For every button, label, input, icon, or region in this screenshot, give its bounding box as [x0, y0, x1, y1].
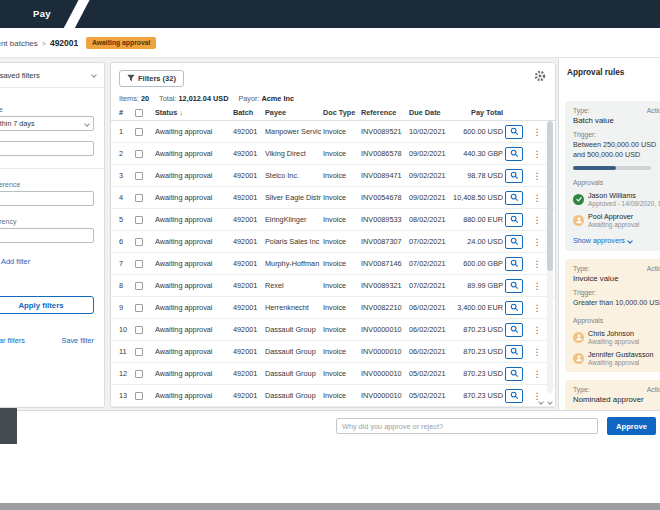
view-invoice-button[interactable]	[505, 213, 523, 227]
row-menu-icon[interactable]: ⋮	[531, 281, 543, 291]
row-due-date: 09/02/2021	[409, 171, 449, 180]
table-row[interactable]: 2 Awaiting approval 492001 Viking Direct…	[111, 143, 555, 165]
vertical-scrollbar[interactable]	[547, 121, 553, 393]
actions-label[interactable]: Actions	[647, 265, 660, 272]
approval-rule-card-invoice-value: Type: Actions Invoice value Trigger: Gre…	[565, 259, 660, 372]
row-menu-icon[interactable]: ⋮	[531, 325, 543, 335]
table-row[interactable]: 4 Awaiting approval 492001 Silver Eagle …	[111, 187, 555, 209]
row-checkbox[interactable]	[135, 370, 143, 378]
row-checkbox[interactable]	[135, 326, 143, 334]
row-menu-icon[interactable]: ⋮	[531, 149, 543, 159]
row-checkbox[interactable]	[135, 392, 143, 400]
view-invoice-button[interactable]	[505, 345, 523, 359]
filters-panel: No saved filters Date within 7 days Refe…	[0, 62, 105, 408]
row-menu-icon[interactable]: ⋮	[531, 127, 543, 137]
row-checkbox[interactable]	[135, 194, 143, 202]
select-all-checkbox[interactable]	[135, 109, 143, 117]
table-row[interactable]: 8 Awaiting approval 492001 Rexel Invoice…	[111, 275, 555, 297]
rule-trigger: Between 250,000.00 USD and 500,000.00 US…	[573, 140, 660, 159]
col-header-doc-type[interactable]: Doc Type	[323, 108, 359, 117]
show-approvers-link[interactable]: Show approvers	[573, 236, 660, 245]
row-status: Awaiting approval	[155, 281, 231, 290]
row-checkbox[interactable]	[135, 304, 143, 312]
row-checkbox[interactable]	[135, 150, 143, 158]
table-row[interactable]: 5 Awaiting approval 492001 ElringKlinger…	[111, 209, 555, 231]
col-header-pay-total[interactable]: Pay Total	[451, 108, 503, 117]
row-checkbox[interactable]	[135, 260, 143, 268]
table-row[interactable]: 13 Awaiting approval 492001 Dassault Gro…	[111, 385, 555, 407]
col-header-batch[interactable]: Batch	[233, 108, 263, 117]
view-invoice-button[interactable]	[505, 235, 523, 249]
date-range-select[interactable]: within 7 days	[0, 116, 94, 131]
row-menu-icon[interactable]: ⋮	[531, 171, 543, 181]
col-header-reference[interactable]: Reference	[361, 108, 407, 117]
save-filter-link[interactable]: Save filter	[62, 336, 94, 345]
type-label: Type:	[573, 107, 590, 114]
row-menu-icon[interactable]: ⋮	[531, 193, 543, 203]
row-menu-icon[interactable]: ⋮	[531, 237, 543, 247]
view-invoice-button[interactable]	[505, 323, 523, 337]
row-checkbox[interactable]	[135, 216, 143, 224]
row-status: Awaiting approval	[155, 215, 231, 224]
row-menu-icon[interactable]: ⋮	[531, 303, 543, 313]
apply-filters-button[interactable]: Apply filters	[0, 296, 94, 314]
row-batch: 492001	[233, 347, 263, 356]
table-row[interactable]: 9 Awaiting approval 492001 Herrenknecht …	[111, 297, 555, 319]
breadcrumb-parent-link[interactable]: Payment batches	[0, 39, 38, 48]
table-row[interactable]: 3 Awaiting approval 492001 Stelco Inc. I…	[111, 165, 555, 187]
view-invoice-button[interactable]	[505, 301, 523, 315]
gear-icon[interactable]	[534, 70, 546, 82]
row-menu-icon[interactable]: ⋮	[531, 369, 543, 379]
view-invoice-button[interactable]	[505, 279, 523, 293]
row-due-date: 06/02/2021	[409, 325, 449, 334]
approval-comment-input[interactable]	[336, 418, 598, 434]
reference-input[interactable]	[0, 191, 94, 206]
row-menu-icon[interactable]: ⋮	[531, 215, 543, 225]
row-checkbox[interactable]	[135, 282, 143, 290]
currency-input[interactable]	[0, 228, 94, 243]
approve-button[interactable]: Approve	[607, 417, 656, 435]
approval-rules-title: Approval rules	[559, 58, 660, 77]
table-summary: Items: 20 Total: 12,012.04 USD Payor: Ac…	[111, 91, 555, 105]
table-row[interactable]: 11 Awaiting approval 492001 Dassault Gro…	[111, 341, 555, 363]
row-menu-icon[interactable]: ⋮	[531, 347, 543, 357]
add-filter-label: Add filter	[1, 257, 30, 266]
saved-filters-dropdown[interactable]: No saved filters	[0, 63, 104, 88]
view-invoice-button[interactable]	[505, 169, 523, 183]
date-input[interactable]	[0, 141, 94, 156]
row-checkbox[interactable]	[135, 128, 143, 136]
table-row[interactable]: 10 Awaiting approval 492001 Dassault Gro…	[111, 319, 555, 341]
view-invoice-button[interactable]	[505, 191, 523, 205]
view-invoice-button[interactable]	[505, 389, 523, 403]
col-header-payee[interactable]: Payee	[265, 108, 321, 117]
view-invoice-button[interactable]	[505, 125, 523, 139]
actions-label[interactable]: Actions	[647, 386, 660, 393]
view-invoice-button[interactable]	[505, 147, 523, 161]
row-number: 13	[119, 391, 133, 400]
approvals-label: Approvals	[573, 317, 660, 324]
row-checkbox[interactable]	[135, 172, 143, 180]
table-row[interactable]: 6 Awaiting approval 492001 Polaris Sales…	[111, 231, 555, 253]
actions-label[interactable]: Actions	[647, 107, 660, 114]
table-row[interactable]: 7 Awaiting approval 492001 Murphy-Hoffma…	[111, 253, 555, 275]
scrollbar-thumb[interactable]	[547, 121, 553, 271]
row-batch: 492001	[233, 149, 263, 158]
col-header-num: #	[119, 108, 133, 117]
col-header-due-date[interactable]: Due Date	[409, 108, 449, 117]
scroll-down-icon[interactable]	[547, 399, 553, 405]
add-filter-button[interactable]: + Add filter	[0, 257, 94, 266]
table-row[interactable]: 1 Awaiting approval 492001 Manpower Serv…	[111, 121, 555, 143]
col-header-status[interactable]: Status ↓	[155, 108, 231, 117]
filters-button[interactable]: Filters (32)	[119, 70, 184, 87]
row-checkbox[interactable]	[135, 238, 143, 246]
row-checkbox[interactable]	[135, 348, 143, 356]
view-invoice-button[interactable]	[505, 367, 523, 381]
rule-type: Nominated approver	[573, 395, 660, 404]
table-row[interactable]: 12 Awaiting approval 492001 Dassault Gro…	[111, 363, 555, 385]
clear-filters-link[interactable]: Clear filters	[0, 336, 25, 345]
view-invoice-button[interactable]	[505, 257, 523, 271]
scroll-down-icon[interactable]	[538, 399, 544, 405]
row-doc-type: Invoice	[323, 391, 359, 400]
row-menu-icon[interactable]: ⋮	[531, 259, 543, 269]
row-doc-type: Invoice	[323, 259, 359, 268]
